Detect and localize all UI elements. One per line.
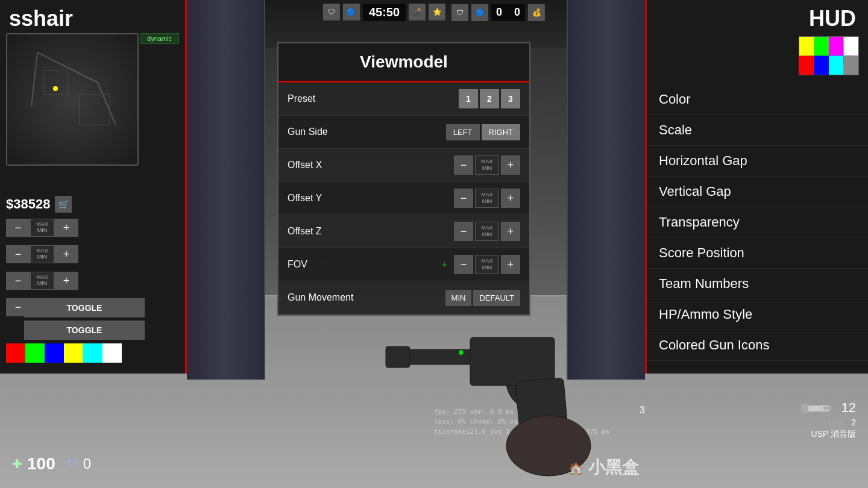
hud-menu-scale[interactable]: Scale — [647, 115, 868, 146]
money-value: $38528 — [6, 196, 50, 212]
crosshair-title: sshair — [0, 0, 185, 37]
plus-btn-2[interactable]: + — [54, 245, 78, 263]
svg-point-18 — [459, 350, 464, 355]
ct-icon3: 🔵 — [471, 4, 488, 21]
offset-y-label: Offset Y — [288, 193, 322, 204]
preset-row: Preset 1 2 3 — [278, 83, 529, 116]
swatch-cyan[interactable] — [83, 343, 102, 363]
hud-menu-horizontal-gap[interactable]: Horizontal Gap — [647, 146, 868, 177]
plus-btn-1[interactable]: + — [54, 219, 78, 237]
preset-btn-1[interactable]: 1 — [459, 89, 478, 108]
swatch-white[interactable] — [102, 343, 122, 363]
weapon-number: 2 — [851, 418, 856, 427]
toggle-btn-2[interactable]: TOGGLE — [24, 321, 145, 340]
offset-y-row: Offset Y − MAXMIN + — [278, 182, 529, 215]
svg-rect-21 — [823, 407, 832, 410]
svg-line-1 — [98, 83, 116, 125]
buy-icon[interactable]: 🛒 — [55, 196, 72, 213]
dynamic-label: dynamic — [140, 33, 179, 44]
weapon-icon — [799, 401, 835, 416]
hud-menu-vertical-gap[interactable]: Vertical Gap — [647, 177, 868, 207]
ammo-separator: / — [828, 418, 832, 427]
offset-y-minus[interactable]: − — [454, 189, 473, 208]
control-row-3: − MAXMIN + — [6, 270, 175, 292]
pillar-left — [187, 0, 265, 380]
hud-menu-colored-gun-icons[interactable]: Colored Gun Icons — [647, 330, 868, 361]
svg-rect-7 — [829, 37, 844, 56]
preset-label: Preset — [288, 93, 315, 104]
health-display: ✚ 100 — [12, 454, 55, 474]
gun-side-control: LEFT RIGHT — [446, 124, 520, 140]
hud-menu-color[interactable]: Color — [647, 84, 868, 115]
preset-btn-3[interactable]: 3 — [501, 89, 520, 108]
slot-number-3: 3 — [640, 405, 645, 416]
hud-menu-transparency[interactable]: Transparency — [647, 207, 868, 238]
offset-y-minmax: MAXMIN — [475, 189, 499, 208]
swatch-red[interactable] — [6, 343, 25, 363]
plus-btn-3[interactable]: + — [54, 272, 78, 290]
minimap-inner — [7, 34, 137, 164]
svg-rect-9 — [799, 56, 814, 75]
svg-rect-6 — [814, 37, 829, 56]
offset-y-control: − MAXMIN + — [454, 189, 520, 208]
weapon-name: USP 消音版 — [811, 429, 856, 439]
svg-rect-14 — [386, 346, 410, 368]
offset-z-minmax: MAXMIN — [475, 222, 499, 241]
svg-rect-20 — [801, 404, 808, 413]
minmax-1: MAXMIN — [30, 219, 54, 237]
ct-team-icon: 🛡 — [323, 4, 340, 20]
offset-z-control: − MAXMIN + — [454, 222, 520, 241]
color-preview — [799, 36, 859, 75]
left-btn[interactable]: LEFT — [446, 124, 480, 140]
svg-rect-3 — [43, 70, 68, 95]
timer-display: 45:50 — [363, 4, 406, 21]
top-hud: 🛡 🔵 45:50 💣 ⭐ 🛡 🔵 0 0 💰 — [320, 0, 548, 24]
toggles-container: TOGGLE TOGGLE — [24, 295, 145, 343]
offset-z-row: Offset Z − MAXMIN + — [278, 215, 529, 248]
right-btn[interactable]: RIGHT — [482, 124, 520, 140]
offset-x-label: Offset X — [288, 160, 322, 170]
gun-side-label: Gun Side — [288, 127, 328, 137]
hud-menu-score-position[interactable]: Score Position — [647, 238, 868, 269]
offset-x-plus[interactable]: + — [501, 155, 520, 175]
swatch-green[interactable] — [25, 343, 45, 363]
hud-title: HUD — [647, 0, 868, 37]
swatch-yellow[interactable] — [64, 343, 83, 363]
offset-z-plus[interactable]: + — [501, 222, 520, 241]
offset-z-label: Offset Z — [288, 226, 322, 237]
bomb-icon: 💣 — [409, 4, 426, 20]
offset-x-row: Offset X − MAXMIN + — [278, 149, 529, 182]
hud-panel: HUD Color Scale Horizontal Gap Vertical … — [645, 0, 868, 374]
offset-x-minmax: MAXMIN — [475, 155, 499, 175]
offset-z-minus[interactable]: − — [454, 222, 473, 241]
bottom-hud: ✚ 100 🛡 0 — [0, 440, 868, 488]
health-icon: ✚ — [12, 457, 22, 471]
svg-rect-15 — [470, 337, 555, 386]
minus-btn-1[interactable]: − — [6, 219, 30, 237]
minus-btn-2[interactable]: − — [6, 245, 30, 263]
preset-btn-2[interactable]: 2 — [480, 89, 499, 108]
hud-menu-hp-ammo-style[interactable]: HP/Ammo Style — [647, 299, 868, 330]
minimap — [6, 33, 139, 166]
offset-y-plus[interactable]: + — [501, 189, 520, 208]
health-value: 100 — [27, 454, 55, 474]
gun-side-row: Gun Side LEFT RIGHT — [278, 116, 529, 149]
color-swatches — [6, 343, 122, 363]
ct-team-icon2: 🔵 — [343, 4, 360, 20]
armor-display: 🛡 0 — [68, 455, 91, 472]
swatch-blue[interactable] — [45, 343, 64, 363]
hud-menu-team-numbers[interactable]: Team Numbers — [647, 269, 868, 299]
cash-icon: 💰 — [528, 4, 545, 21]
minus-btn-3[interactable]: − — [6, 272, 30, 290]
minmax-3: MAXMIN — [30, 272, 54, 290]
svg-rect-10 — [814, 56, 829, 75]
armor-value: 0 — [83, 455, 91, 472]
crosshair-panel: sshair dynamic $38528 🛒 − MAXMIN + — [0, 0, 187, 374]
offset-x-minus[interactable]: − — [454, 155, 473, 175]
control-row-2: − MAXMIN + — [6, 243, 175, 265]
watermark: 🏠 小黑盒 — [568, 456, 639, 479]
fov-label: FOV — [288, 259, 307, 270]
toggle-btn-1[interactable]: TOGGLE — [24, 298, 145, 318]
score-display: 0 0 — [491, 4, 525, 21]
svg-rect-11 — [829, 56, 844, 75]
